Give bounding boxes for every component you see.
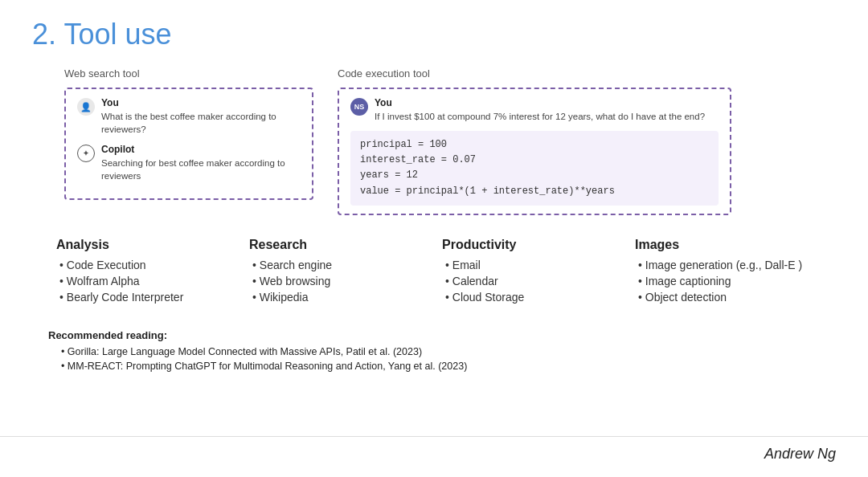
categories-section: Analysis Code Execution Wolfram Alpha Be… xyxy=(0,215,868,307)
images-list: Image generation (e.g., Dall-E ) Image c… xyxy=(635,259,812,304)
copilot-name: Copilot xyxy=(101,144,301,155)
tools-section: Web search tool 👤 You What is the best c… xyxy=(0,59,868,215)
productivity-list: Email Calendar Cloud Storage xyxy=(442,259,619,304)
user-message: What is the best coffee maker according … xyxy=(101,110,301,136)
research-list: Search engine Web browsing Wikipedia xyxy=(249,259,426,304)
user-person-icon: 👤 xyxy=(80,102,92,112)
code-user-row: NS You If I invest $100 at compound 7% i… xyxy=(350,97,719,123)
list-item: Object detection xyxy=(635,291,812,304)
ns-avatar-icon: NS xyxy=(350,98,368,116)
analysis-title: Analysis xyxy=(56,238,233,252)
list-item: Search engine xyxy=(249,259,426,271)
recommended-list: Gorilla: Large Language Model Connected … xyxy=(48,346,836,372)
list-item: Image generation (e.g., Dall-E ) xyxy=(635,259,812,271)
code-exec-label: Code execution tool xyxy=(338,67,731,80)
list-item: Cloud Storage xyxy=(442,291,619,304)
research-column: Research Search engine Web browsing Wiki… xyxy=(241,238,434,307)
list-item: Code Execution xyxy=(56,259,233,271)
list-item: Bearly Code Interpreter xyxy=(56,291,233,304)
analysis-list: Code Execution Wolfram Alpha Bearly Code… xyxy=(56,259,233,304)
web-search-wrapper: Web search tool 👤 You What is the best c… xyxy=(64,67,313,215)
recommended-title: Recommended reading: xyxy=(48,329,836,341)
code-line-1: principal = 100 xyxy=(360,137,709,153)
list-item: Wikipedia xyxy=(249,291,426,304)
page-title: 2. Tool use xyxy=(0,0,868,59)
list-item: Image captioning xyxy=(635,275,812,287)
ns-initials: NS xyxy=(354,103,365,111)
code-block: principal = 100 interest_rate = 0.07 yea… xyxy=(350,131,719,206)
user-name: You xyxy=(101,97,301,108)
code-line-4: value = principal*(1 + interest_rate)**y… xyxy=(360,184,709,199)
divider-line xyxy=(0,436,868,437)
copilot-avatar-icon: ✦ xyxy=(77,145,95,162)
copilot-chat-content: Copilot Searching for best coffee maker … xyxy=(101,144,301,182)
copilot-row: ✦ Copilot Searching for best coffee make… xyxy=(77,144,301,182)
web-search-label: Web search tool xyxy=(64,67,313,80)
productivity-title: Productivity xyxy=(442,238,619,252)
images-title: Images xyxy=(635,238,812,252)
list-item: Wolfram Alpha xyxy=(56,275,233,287)
research-title: Research xyxy=(249,238,426,252)
copilot-message: Searching for best coffee maker accordin… xyxy=(101,157,301,182)
user-chat-content: You What is the best coffee maker accord… xyxy=(101,97,301,136)
code-line-3: years = 12 xyxy=(360,168,709,183)
list-item: Calendar xyxy=(442,275,619,287)
code-exec-box: NS You If I invest $100 at compound 7% i… xyxy=(338,88,731,215)
web-search-box: 👤 You What is the best coffee maker acco… xyxy=(64,88,313,200)
analysis-column: Analysis Code Execution Wolfram Alpha Be… xyxy=(48,238,241,307)
code-user-message: If I invest $100 at compound 7% interest… xyxy=(375,110,719,123)
recommended-section: Recommended reading: Gorilla: Large Lang… xyxy=(0,307,868,372)
list-item: Email xyxy=(442,259,619,271)
code-user-content: You If I invest $100 at compound 7% inte… xyxy=(375,97,719,123)
copilot-logo-icon: ✦ xyxy=(83,149,89,157)
list-item: Web browsing xyxy=(249,275,426,287)
code-exec-wrapper: Code execution tool NS You If I invest $… xyxy=(338,67,731,215)
code-user-name: You xyxy=(375,97,719,108)
images-column: Images Image generation (e.g., Dall-E ) … xyxy=(627,238,820,307)
recommended-item-1: Gorilla: Large Language Model Connected … xyxy=(48,346,836,357)
web-search-user-row: 👤 You What is the best coffee maker acco… xyxy=(77,97,301,136)
recommended-item-2: MM-REACT: Prompting ChatGPT for Multimod… xyxy=(48,361,836,372)
user-avatar-icon: 👤 xyxy=(77,98,95,116)
author-name: Andrew Ng xyxy=(764,446,836,463)
productivity-column: Productivity Email Calendar Cloud Storag… xyxy=(434,238,627,307)
code-line-2: interest_rate = 0.07 xyxy=(360,153,709,168)
